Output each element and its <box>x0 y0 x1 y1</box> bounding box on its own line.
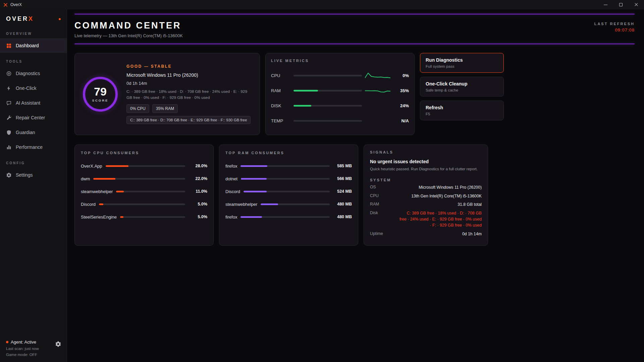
process-value: 28.0% <box>189 164 207 168</box>
process-value: 11.0% <box>189 189 207 194</box>
metric-row: RAM 35% <box>271 83 409 98</box>
system-info-row: Uptime 0d 1h 14m <box>370 231 482 237</box>
system-value: C: 389 GB free · 18% used · D: · 708 GB … <box>399 210 482 228</box>
sidebar-item-performance[interactable]: Performance <box>0 140 67 155</box>
action-subtitle: Safe temp & cache <box>426 88 498 92</box>
consumer-bar-track <box>93 178 185 180</box>
sidebar-item-guardian[interactable]: Guardian <box>0 125 67 140</box>
wrench-icon <box>6 115 12 121</box>
consumer-row: dotnet 566 MB <box>225 172 352 185</box>
live-metrics-title: LIVE METRICS <box>271 59 409 63</box>
system-value: 0d 1h 14m <box>462 231 482 237</box>
logo-primary: OVER <box>6 15 29 22</box>
system-value: 31.8 GB total <box>458 202 482 208</box>
sidebar-item-label: Performance <box>16 144 43 150</box>
metric-bar-track <box>293 105 362 107</box>
system-value: Microsoft Windows 11 Pro (26200) <box>419 185 482 191</box>
metric-value: 35% <box>393 88 409 93</box>
process-name: dotnet <box>225 176 237 181</box>
health-status: GOOD — STABLE <box>126 64 252 69</box>
app-icon <box>3 3 8 7</box>
app-logo: OVERX <box>0 9 67 25</box>
titlebar-app-name: OverX <box>10 2 22 7</box>
sidebar-item-one-click[interactable]: One-Click <box>0 81 67 96</box>
sidebar-item-ai-assistant[interactable]: AI Assistant <box>0 96 67 110</box>
bars-icon <box>6 144 12 150</box>
ram-consumer-list: firefox 585 MB dotnet 566 MB Discord 524… <box>225 160 352 223</box>
sidebar: OVERX OVERVIEW Dashboard TOOLS Diagnosti… <box>0 9 67 362</box>
app-window: OverX OVERX OVERVIEW Dashboard TOOLS Dia… <box>0 0 644 362</box>
footer-settings-button[interactable] <box>55 341 61 347</box>
metric-sparkline <box>365 87 390 95</box>
close-icon <box>634 3 638 7</box>
titlebar: OverX <box>0 0 644 9</box>
minimize-button[interactable] <box>598 0 613 9</box>
consumer-bar-fill <box>99 203 103 205</box>
consumer-bar-track <box>244 191 330 192</box>
action-one-click-cleanup[interactable]: One-Click Cleanup Safe temp & cache <box>420 77 504 97</box>
header-divider <box>74 44 635 44</box>
health-score-label: SCORE <box>92 99 109 102</box>
metric-label: RAM <box>271 88 290 93</box>
health-os: Microsoft Windows 11 Pro (26200) <box>126 72 252 78</box>
action-run-diagnostics[interactable]: Run Diagnostics Full system pass <box>420 53 504 73</box>
health-disk-summary: C: · 389 GB free · 18% used · D: · 708 G… <box>126 89 252 101</box>
consumer-row: steamwebhelper 11.0% <box>81 185 207 198</box>
process-value: 5.0% <box>189 215 207 219</box>
metric-row: DISK 24% <box>271 98 409 113</box>
metric-row: TEMP N/A <box>271 113 409 128</box>
minimize-icon <box>604 5 607 5</box>
maximize-icon <box>619 3 623 6</box>
chat-icon <box>6 100 12 106</box>
gear-icon <box>6 172 12 178</box>
consumer-row: steamwebhelper 480 MB <box>225 198 352 210</box>
process-value: 566 MB <box>333 176 352 181</box>
page-title: COMMAND CENTER <box>74 20 183 31</box>
consumer-row: firefox 585 MB <box>225 160 352 172</box>
system-info-row: OS Microsoft Windows 11 Pro (26200) <box>370 185 482 191</box>
shield-icon <box>6 130 12 135</box>
top-cpu-title: TOP CPU CONSUMERS <box>81 151 207 155</box>
sidebar-section-label: TOOLS <box>0 53 67 66</box>
sidebar-item-diagnostics[interactable]: Diagnostics <box>0 66 67 81</box>
system-key: CPU <box>370 193 379 198</box>
consumer-row: SteelSeriesEngine 5.0% <box>81 210 207 223</box>
process-name: steamwebhelper <box>81 189 113 194</box>
sidebar-item-label: Diagnostics <box>16 71 40 76</box>
process-name: Discord <box>81 202 96 207</box>
close-button[interactable] <box>629 0 644 9</box>
sidebar-section-label: OVERVIEW <box>0 25 67 38</box>
metric-bar-track <box>293 120 362 122</box>
sidebar-item-repair-center[interactable]: Repair Center <box>0 110 67 125</box>
cpu-consumer-list: OverX.App 28.0% dwm 22.0% steamwebhelper… <box>81 160 207 223</box>
maximize-button[interactable] <box>613 0 629 9</box>
sidebar-item-dashboard[interactable]: Dashboard <box>0 38 67 53</box>
agent-status: Agent: Active <box>11 340 36 345</box>
last-refresh-time: 09:07:08 <box>594 27 635 33</box>
process-value: 5.0% <box>189 202 207 206</box>
metric-value: 0% <box>393 73 409 78</box>
last-scan-text: Last scan: just now <box>6 347 61 351</box>
consumer-bar-fill <box>240 216 262 218</box>
health-score-ring: 79 SCORE <box>83 77 118 112</box>
metric-label: TEMP <box>271 118 290 123</box>
process-value: 22.0% <box>189 176 207 181</box>
consumer-bar-fill <box>244 191 267 192</box>
process-value: 480 MB <box>333 215 352 219</box>
top-divider <box>74 14 635 14</box>
consumer-bar-fill <box>241 178 267 180</box>
consumer-bar-track <box>106 165 185 167</box>
sidebar-item-settings[interactable]: Settings <box>0 168 67 182</box>
metric-bar-fill <box>293 90 318 92</box>
sidebar-item-label: Dashboard <box>16 43 39 48</box>
process-name: OverX.App <box>81 164 102 169</box>
consumer-row: OverX.App 28.0% <box>81 160 207 172</box>
consumer-bar-track <box>120 216 185 218</box>
bolt-icon <box>6 85 12 91</box>
action-refresh[interactable]: Refresh F5 <box>420 101 504 120</box>
system-key: OS <box>370 185 376 189</box>
consumer-bar-track <box>99 203 185 205</box>
sidebar-section: OVERVIEW Dashboard <box>0 25 67 53</box>
process-name: SteelSeriesEngine <box>81 215 117 220</box>
cpu-chip: 0% CPU <box>126 104 149 113</box>
